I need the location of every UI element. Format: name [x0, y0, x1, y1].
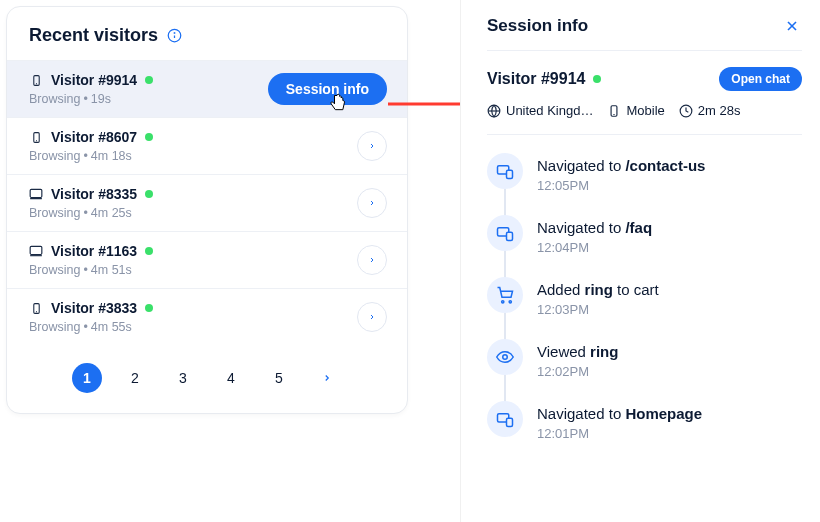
detail-header: Visitor #9914 Open chat	[487, 51, 802, 91]
visitor-duration: 4m 51s	[91, 263, 132, 277]
meta-device-text: Mobile	[626, 103, 664, 118]
visitor-row[interactable]: Visitor #1163 Browsing•4m 51s	[7, 231, 407, 288]
timeline-text: Viewed ring	[537, 343, 618, 360]
online-dot-icon	[145, 190, 153, 198]
pagination: 12345	[7, 345, 407, 413]
timeline-time: 12:03PM	[537, 302, 659, 317]
chevron-right-icon[interactable]	[357, 245, 387, 275]
page-number[interactable]: 5	[264, 363, 294, 393]
visitor-status: Browsing	[29, 320, 80, 334]
navigate-icon	[487, 401, 523, 437]
timeline-time: 12:04PM	[537, 240, 652, 255]
timeline-time: 12:02PM	[537, 364, 618, 379]
page-number[interactable]: 3	[168, 363, 198, 393]
online-dot-icon	[145, 304, 153, 312]
visitor-name: Visitor #8607	[51, 129, 137, 145]
page-number[interactable]: 2	[120, 363, 150, 393]
chevron-right-icon[interactable]	[357, 302, 387, 332]
meta-duration: 2m 28s	[679, 103, 741, 118]
timeline-text: Navigated to Homepage	[537, 405, 702, 422]
visitor-row-main: Visitor #3833 Browsing•4m 55s	[29, 300, 357, 334]
close-icon[interactable]	[782, 16, 802, 36]
online-dot-icon	[593, 75, 601, 83]
visitor-subtext: Browsing•19s	[29, 92, 268, 106]
visitor-duration: 19s	[91, 92, 111, 106]
session-info-panel: Session info Visitor #9914 Open chat Uni…	[460, 0, 820, 522]
desktop-icon	[29, 187, 43, 201]
svg-rect-9	[30, 246, 42, 254]
meta-device: Mobile	[607, 103, 664, 118]
activity-timeline: Navigated to /contact-us 12:05PM Navigat…	[487, 153, 802, 463]
chevron-right-icon[interactable]	[357, 131, 387, 161]
timeline-text: Added ring to cart	[537, 281, 659, 298]
visitor-subtext: Browsing•4m 25s	[29, 206, 357, 220]
visitor-duration: 4m 55s	[91, 320, 132, 334]
visitor-duration: 4m 25s	[91, 206, 132, 220]
timeline-item: Navigated to Homepage 12:01PM	[487, 401, 802, 463]
panel-title: Session info	[487, 16, 588, 36]
visitor-status: Browsing	[29, 92, 80, 106]
visitor-name: Visitor #8335	[51, 186, 137, 202]
visitor-row-main: Visitor #9914 Browsing•19s	[29, 72, 268, 106]
navigate-icon	[487, 215, 523, 251]
session-meta: United Kingd… Mobile 2m 28s	[487, 103, 802, 135]
visitor-row[interactable]: Visitor #9914 Browsing•19s Session info	[7, 60, 407, 117]
timeline-item: Navigated to /contact-us 12:05PM	[487, 153, 802, 215]
svg-rect-23	[507, 170, 513, 178]
meta-duration-text: 2m 28s	[698, 103, 741, 118]
navigate-icon	[487, 153, 523, 189]
svg-point-2	[174, 33, 175, 34]
timeline-item: Added ring to cart 12:03PM	[487, 277, 802, 339]
svg-point-27	[509, 301, 511, 303]
timeline-text: Navigated to /faq	[537, 219, 652, 236]
svg-rect-7	[30, 189, 42, 197]
panel-header: Session info	[487, 16, 802, 51]
svg-point-26	[502, 301, 504, 303]
desktop-icon	[29, 244, 43, 258]
svg-rect-25	[507, 232, 513, 240]
visitor-status: Browsing	[29, 263, 80, 277]
card-header: Recent visitors	[7, 7, 407, 60]
visitor-subtext: Browsing•4m 55s	[29, 320, 357, 334]
eye-icon	[487, 339, 523, 375]
recent-visitors-panel: Recent visitors Visitor #9914 Browsing•1…	[0, 0, 415, 522]
visitor-row[interactable]: Visitor #8607 Browsing•4m 18s	[7, 117, 407, 174]
page-number[interactable]: 4	[216, 363, 246, 393]
session-info-button[interactable]: Session info	[268, 73, 387, 105]
chevron-right-icon[interactable]	[357, 188, 387, 218]
timeline-text: Navigated to /contact-us	[537, 157, 705, 174]
mobile-icon	[29, 73, 43, 87]
visitor-row-main: Visitor #8335 Browsing•4m 25s	[29, 186, 357, 220]
online-dot-icon	[145, 76, 153, 84]
timeline-time: 12:05PM	[537, 178, 705, 193]
cart-icon	[487, 277, 523, 313]
timeline-item: Viewed ring 12:02PM	[487, 339, 802, 401]
svg-point-28	[503, 355, 508, 360]
timeline-item: Navigated to /faq 12:04PM	[487, 215, 802, 277]
page-next[interactable]	[312, 363, 342, 393]
online-dot-icon	[145, 247, 153, 255]
visitor-name: Visitor #3833	[51, 300, 137, 316]
svg-rect-30	[507, 418, 513, 426]
online-dot-icon	[145, 133, 153, 141]
visitor-subtext: Browsing•4m 51s	[29, 263, 357, 277]
meta-location-text: United Kingd…	[506, 103, 593, 118]
detail-visitor-name: Visitor #9914	[487, 70, 585, 88]
mobile-icon	[29, 130, 43, 144]
meta-location: United Kingd…	[487, 103, 593, 118]
visitor-status: Browsing	[29, 206, 80, 220]
visitor-subtext: Browsing•4m 18s	[29, 149, 357, 163]
visitor-row-main: Visitor #8607 Browsing•4m 18s	[29, 129, 357, 163]
visitor-status: Browsing	[29, 149, 80, 163]
open-chat-button[interactable]: Open chat	[719, 67, 802, 91]
mobile-icon	[29, 301, 43, 315]
timeline-time: 12:01PM	[537, 426, 702, 441]
info-icon[interactable]	[166, 28, 182, 44]
visitor-row[interactable]: Visitor #8335 Browsing•4m 25s	[7, 174, 407, 231]
visitor-row-main: Visitor #1163 Browsing•4m 51s	[29, 243, 357, 277]
visitor-row[interactable]: Visitor #3833 Browsing•4m 55s	[7, 288, 407, 345]
visitor-name: Visitor #9914	[51, 72, 137, 88]
visitor-duration: 4m 18s	[91, 149, 132, 163]
page-number[interactable]: 1	[72, 363, 102, 393]
visitor-name: Visitor #1163	[51, 243, 137, 259]
